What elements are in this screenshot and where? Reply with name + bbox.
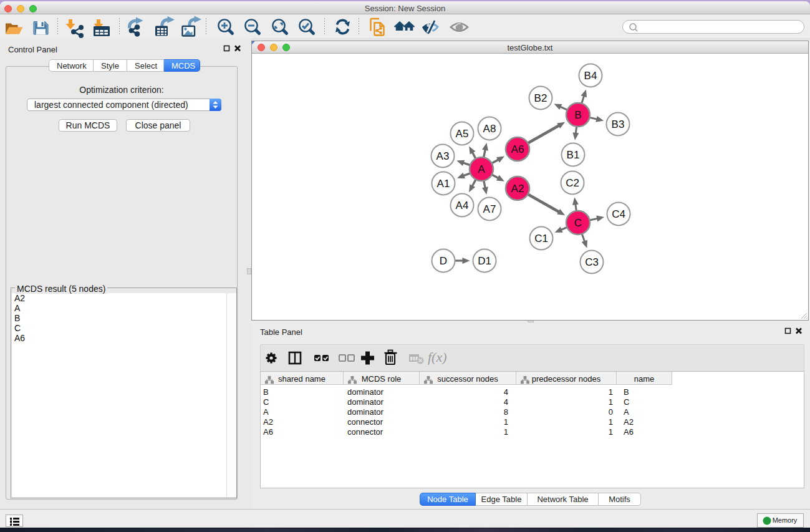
svg-text:A7: A7 [483,203,496,215]
svg-text:A2: A2 [511,183,524,195]
svg-text:B4: B4 [584,70,597,82]
svg-text:B1: B1 [567,149,580,161]
svg-text:A1: A1 [437,178,450,190]
svg-text:A5: A5 [456,128,469,140]
svg-text:D: D [440,255,447,267]
svg-text:A3: A3 [436,150,450,162]
svg-text:C4: C4 [612,208,625,220]
svg-text:A4: A4 [456,200,469,211]
svg-text:A8: A8 [483,123,496,135]
svg-text:C1: C1 [534,233,548,244]
svg-text:C3: C3 [585,256,599,268]
svg-text:C2: C2 [566,177,579,189]
svg-text:D1: D1 [478,255,491,267]
svg-text:B: B [574,109,581,121]
svg-text:C: C [574,217,582,229]
svg-text:B3: B3 [612,118,625,130]
svg-text:B2: B2 [534,92,547,104]
svg-text:A6: A6 [511,143,524,155]
svg-text:A: A [478,163,485,175]
